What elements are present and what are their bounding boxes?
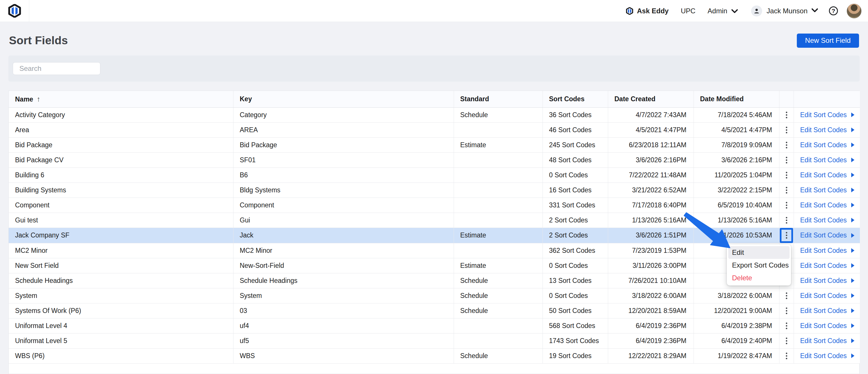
cell-name: Systems Of Work (P6) bbox=[9, 303, 233, 318]
table-row[interactable]: Uniformat Level 4uf4568 Sort Codes6/4/20… bbox=[9, 318, 860, 333]
edit-sort-codes-link[interactable]: Edit Sort Codes bbox=[800, 216, 855, 224]
cell-key: Category bbox=[233, 107, 454, 122]
cell-standard bbox=[454, 197, 542, 213]
edit-sort-codes-link[interactable]: Edit Sort Codes bbox=[800, 322, 855, 330]
edit-sort-codes-link[interactable]: Edit Sort Codes bbox=[800, 201, 855, 209]
ask-eddy-icon bbox=[626, 7, 633, 15]
table-row[interactable]: Gui testGui2 Sort Codes1/13/2026 5:16AM1… bbox=[9, 213, 860, 228]
cell-key: 03 bbox=[233, 303, 454, 318]
edit-sort-codes-link[interactable]: Edit Sort Codes bbox=[800, 111, 855, 119]
cell-standard: Schedule bbox=[454, 107, 542, 122]
column-header-name[interactable]: Name↑ bbox=[9, 91, 233, 107]
table-row[interactable]: Systems Of Work (P6)03Schedule50 Sort Co… bbox=[9, 303, 860, 318]
cell-standard: Schedule bbox=[454, 303, 542, 318]
edit-sort-codes-link[interactable]: Edit Sort Codes bbox=[800, 262, 855, 270]
caret-right-icon bbox=[851, 218, 855, 222]
cell-name: Building Systems bbox=[9, 183, 233, 197]
search-input[interactable] bbox=[20, 64, 109, 72]
user-icon[interactable] bbox=[751, 5, 762, 17]
kebab-menu-button[interactable] bbox=[780, 348, 793, 363]
edit-sort-codes-link[interactable]: Edit Sort Codes bbox=[800, 247, 855, 254]
chevron-down-icon[interactable] bbox=[812, 8, 818, 13]
caret-right-icon bbox=[851, 293, 855, 298]
app-logo[interactable] bbox=[0, 0, 29, 22]
nav-user-name[interactable]: Jack Munson bbox=[767, 7, 808, 15]
kebab-menu-button[interactable] bbox=[780, 288, 793, 303]
cell-sort-codes: 0 Sort Codes bbox=[542, 167, 608, 183]
edit-sort-codes-link[interactable]: Edit Sort Codes bbox=[800, 171, 855, 179]
nav-admin[interactable]: Admin bbox=[708, 7, 738, 15]
table-row[interactable]: ComponentComponent331 Sort Codes7/17/201… bbox=[9, 197, 860, 213]
cell-key: WBS bbox=[233, 348, 454, 363]
edit-sort-codes-link[interactable]: Edit Sort Codes bbox=[800, 307, 855, 315]
cell-name: Component bbox=[9, 197, 233, 213]
context-menu-item-delete[interactable]: Delete bbox=[727, 272, 791, 284]
user-avatar[interactable] bbox=[846, 3, 862, 19]
kebab-menu-button[interactable] bbox=[780, 107, 793, 122]
cell-sort-codes: 362 Sort Codes bbox=[542, 243, 608, 258]
cell-actions-kebab bbox=[779, 213, 794, 228]
table-row[interactable]: AreaAREA46 Sort Codes4/5/2021 4:47PM4/5/… bbox=[9, 122, 860, 137]
table-row[interactable]: Building SystemsBldg Systems16 Sort Code… bbox=[9, 183, 860, 197]
cell-sort-codes: 16 Sort Codes bbox=[542, 183, 608, 197]
edit-sort-codes-link[interactable]: Edit Sort Codes bbox=[800, 292, 855, 300]
cell-name: Uniformat Level 5 bbox=[9, 333, 233, 348]
cell-name: Building 6 bbox=[9, 167, 233, 183]
new-sort-field-button[interactable]: New Sort Field bbox=[797, 34, 859, 48]
context-menu-item-edit[interactable]: Edit bbox=[728, 246, 789, 259]
cell-actions-kebab bbox=[779, 228, 794, 243]
cell-name: Gui test bbox=[9, 213, 233, 228]
table-row[interactable]: Uniformat Level 5uf51743 Sort Codes6/4/2… bbox=[9, 333, 860, 348]
table-row[interactable]: Activity CategoryCategorySchedule36 Sort… bbox=[9, 107, 860, 122]
edit-sort-codes-link[interactable]: Edit Sort Codes bbox=[800, 156, 855, 164]
column-header-sort-codes[interactable]: Sort Codes bbox=[542, 91, 608, 107]
cell-date-created: 4/7/2022 7:43AM bbox=[608, 107, 693, 122]
kebab-menu-button[interactable] bbox=[780, 213, 793, 227]
person-icon bbox=[753, 8, 760, 14]
kebab-menu-button[interactable] bbox=[780, 168, 793, 182]
cell-actions-kebab bbox=[779, 288, 794, 303]
kebab-menu-button[interactable] bbox=[780, 198, 793, 212]
chevron-down-icon bbox=[732, 7, 738, 15]
cell-action: Edit Sort Codes bbox=[794, 228, 860, 243]
edit-sort-codes-link[interactable]: Edit Sort Codes bbox=[800, 231, 855, 239]
nav-ask-eddy[interactable]: Ask Eddy bbox=[626, 7, 669, 15]
caret-right-icon bbox=[851, 173, 855, 177]
kebab-menu-button[interactable] bbox=[780, 153, 793, 167]
cell-sort-codes: 0 Sort Codes bbox=[542, 288, 608, 303]
cell-date-created: 3/18/2022 6:00AM bbox=[608, 288, 693, 303]
column-header-date-modified[interactable]: Date Modified bbox=[693, 91, 779, 107]
cell-date-created: 6/4/2019 2:36PM bbox=[608, 333, 693, 348]
edit-sort-codes-link[interactable]: Edit Sort Codes bbox=[800, 337, 855, 345]
edit-sort-codes-link[interactable]: Edit Sort Codes bbox=[800, 277, 855, 285]
column-header-actions-kebab bbox=[779, 91, 794, 107]
kebab-menu-button[interactable] bbox=[780, 304, 793, 318]
kebab-menu-button[interactable] bbox=[780, 138, 793, 152]
kebab-menu-button[interactable] bbox=[780, 228, 793, 243]
column-header-standard[interactable]: Standard bbox=[454, 91, 542, 107]
kebab-menu-button[interactable] bbox=[780, 334, 793, 348]
search-box[interactable] bbox=[13, 62, 100, 75]
kebab-menu-button[interactable] bbox=[780, 318, 793, 333]
column-header-date-created[interactable]: Date Created bbox=[608, 91, 693, 107]
context-menu-item-export-sort-codes[interactable]: Export Sort Codes bbox=[727, 259, 791, 272]
table-row[interactable]: WBS (P6)WBSSchedule19 Sort Codes12/22/20… bbox=[9, 348, 860, 363]
kebab-menu-button[interactable] bbox=[780, 123, 793, 137]
cell-action: Edit Sort Codes bbox=[794, 288, 860, 303]
table-row[interactable]: Bid Package CVSF0148 Sort Codes3/6/2026 … bbox=[9, 152, 860, 167]
cell-standard bbox=[454, 122, 542, 137]
kebab-menu-button[interactable] bbox=[780, 183, 793, 197]
cell-date-modified: 3/6/2026 2:16PM bbox=[693, 152, 779, 167]
table-row[interactable]: Bid PackageBid PackageEstimate245 Sort C… bbox=[9, 137, 860, 152]
nav-upc[interactable]: UPC bbox=[681, 7, 695, 15]
help-icon[interactable]: ? bbox=[829, 6, 838, 15]
edit-sort-codes-link[interactable]: Edit Sort Codes bbox=[800, 352, 855, 360]
table-row[interactable]: Building 6B60 Sort Codes7/22/2022 11:48A… bbox=[9, 167, 860, 183]
cell-actions-kebab bbox=[779, 152, 794, 167]
edit-sort-codes-link[interactable]: Edit Sort Codes bbox=[800, 186, 855, 194]
table-row[interactable]: Jack Company SFJackEstimate2 Sort Codes3… bbox=[9, 228, 860, 243]
edit-sort-codes-link[interactable]: Edit Sort Codes bbox=[800, 141, 855, 149]
column-header-key[interactable]: Key bbox=[233, 91, 454, 107]
table-row[interactable]: SystemSystemSchedule0 Sort Codes3/18/202… bbox=[9, 288, 860, 303]
edit-sort-codes-link[interactable]: Edit Sort Codes bbox=[800, 126, 855, 134]
